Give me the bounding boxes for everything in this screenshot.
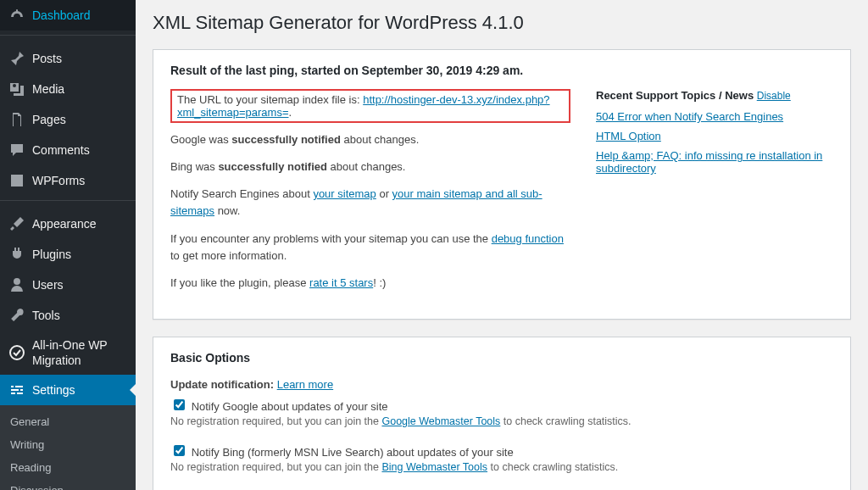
sidebar-item-label: Tools: [32, 308, 60, 323]
notify-bing-checkbox[interactable]: [174, 445, 185, 456]
sidebar-item-plugins[interactable]: Plugins: [0, 239, 136, 270]
sidebar-item-appearance[interactable]: Appearance: [0, 209, 136, 239]
notify-bing-option[interactable]: Notify Bing (formerly MSN Live Search) a…: [170, 446, 514, 459]
sliders-icon: [8, 381, 25, 398]
sitemap-url-intro: The URL to your sitemap index file is:: [177, 93, 363, 106]
sidebar-item-label: Posts: [32, 51, 62, 66]
sidebar-item-label: All-in-One WP Migration: [32, 337, 127, 368]
sidebar-item-pages[interactable]: Pages: [0, 104, 136, 135]
notify-google-checkbox[interactable]: [174, 399, 185, 410]
sidebar-item-users[interactable]: Users: [0, 270, 136, 300]
sidebar-item-tools[interactable]: Tools: [0, 300, 136, 331]
basic-options-heading: Basic Options: [170, 351, 833, 365]
user-icon: [8, 276, 25, 293]
sidebar-item-posts[interactable]: Posts: [0, 43, 136, 74]
google-help-pre: No registration required, but you can jo…: [170, 415, 381, 427]
rate-text-pre: If you like the plugin, please: [170, 276, 309, 289]
sidebar-item-label: Comments: [32, 142, 90, 158]
form-icon: [8, 172, 25, 189]
comment-icon: [8, 142, 25, 159]
sitemap-url-highlight: The URL to your sitemap index file is: h…: [170, 89, 570, 123]
basic-options-panel: Basic Options Update notification: Learn…: [153, 337, 851, 490]
ping-heading: Result of the last ping, started on Sept…: [170, 64, 833, 77]
sidebar-item-label: Appearance: [32, 216, 97, 231]
plug-icon: [8, 246, 25, 263]
debug-text-pre: If you encounter any problems with your …: [170, 232, 492, 245]
wrench-icon: [8, 307, 25, 324]
support-topic-link[interactable]: 504 Error when Notify Search Engines: [596, 110, 783, 123]
sidebar-item-migration[interactable]: All-in-One WP Migration: [0, 331, 136, 375]
google-webmaster-link[interactable]: Google Webmaster Tools: [381, 415, 500, 427]
rate-text-post: ! :): [373, 276, 386, 289]
sidebar-item-dashboard[interactable]: Dashboard: [0, 0, 136, 31]
page-title: XML Sitemap Generator for WordPress 4.1.…: [153, 12, 851, 34]
bing-help-pre: No registration required, but you can jo…: [170, 461, 381, 473]
bing-help-post: to check crawling statistics.: [487, 461, 618, 473]
notify-text-post: now.: [214, 204, 240, 217]
sidebar-item-media[interactable]: Media: [0, 74, 136, 104]
submenu-item-general[interactable]: General: [0, 410, 136, 433]
sidebar-item-label: Users: [32, 277, 64, 292]
google-help-post: to check crawling statistics.: [500, 415, 631, 427]
sidebar-item-label: Plugins: [32, 247, 71, 262]
notify-google-option[interactable]: Notify Google about updates of your site: [170, 400, 388, 413]
migrate-icon: [8, 344, 25, 361]
sidebar-item-label: Pages: [32, 112, 66, 127]
debug-function-link[interactable]: debug function: [492, 232, 564, 245]
settings-submenu: General Writing Reading Discussion XML-S…: [0, 405, 136, 490]
bing-webmaster-link[interactable]: Bing Webmaster Tools: [381, 461, 487, 473]
pin-icon: [8, 50, 25, 67]
support-disable-link[interactable]: Disable: [757, 90, 791, 102]
rate-link[interactable]: rate it 5 stars: [309, 276, 373, 289]
main-content: XML Sitemap Generator for WordPress 4.1.…: [136, 0, 868, 490]
debug-text-post: to get more information.: [170, 249, 287, 262]
bing-status-pre: Bing was: [170, 160, 218, 173]
sidebar-item-label: Settings: [32, 382, 75, 398]
notify-google-label: Notify Google about updates of your site: [192, 400, 388, 413]
notify-text-mid: or: [376, 187, 392, 200]
bing-status-post: about changes.: [327, 160, 406, 173]
submenu-item-reading[interactable]: Reading: [0, 456, 136, 479]
google-status-pre: Google was: [170, 133, 231, 146]
svg-point-0: [10, 346, 24, 359]
support-topic-link[interactable]: HTML Option: [596, 130, 661, 142]
sidebar-item-wpforms[interactable]: WPForms: [0, 165, 136, 196]
dashboard-icon: [8, 7, 25, 24]
support-heading: Recent Support Topics / News: [596, 89, 754, 102]
sidebar-item-settings[interactable]: Settings: [0, 375, 136, 405]
notify-sitemap-link[interactable]: your sitemap: [313, 187, 376, 200]
google-status-bold: successfully notified: [231, 133, 341, 146]
support-box: Recent Support Topics / News Disable 504…: [596, 89, 833, 302]
sidebar-separator: [0, 35, 136, 39]
pages-icon: [8, 111, 25, 128]
sidebar-separator: [0, 200, 136, 204]
ping-result-panel: Result of the last ping, started on Sept…: [153, 49, 851, 320]
update-notification-label: Update notification:: [170, 378, 274, 391]
brush-icon: [8, 215, 25, 232]
sidebar-item-label: Dashboard: [32, 8, 91, 23]
sidebar-item-comments[interactable]: Comments: [0, 135, 136, 165]
sidebar-item-label: WPForms: [32, 173, 85, 188]
update-learn-more-link[interactable]: Learn more: [277, 378, 333, 391]
media-icon: [8, 81, 25, 97]
support-topic-link[interactable]: Help &amp; FAQ: info missing re installa…: [596, 149, 822, 175]
submenu-item-discussion[interactable]: Discussion: [0, 479, 136, 490]
sidebar-item-label: Media: [32, 81, 64, 97]
submenu-item-writing[interactable]: Writing: [0, 433, 136, 456]
bing-status-bold: successfully notified: [218, 160, 327, 173]
google-status-post: about changes.: [341, 133, 420, 146]
admin-sidebar: Dashboard Posts Media Pages Comments W: [0, 0, 136, 490]
notify-text-pre: Notify Search Engines about: [170, 187, 313, 200]
notify-bing-label: Notify Bing (formerly MSN Live Search) a…: [192, 446, 514, 459]
